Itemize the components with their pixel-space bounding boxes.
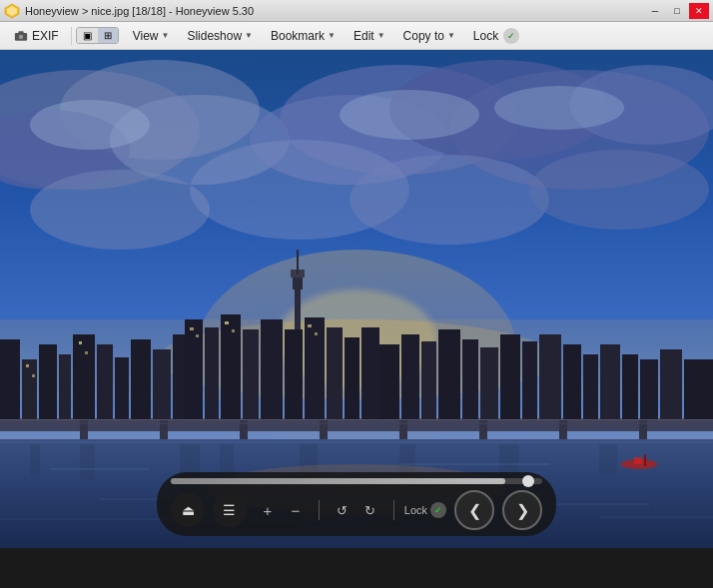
svg-rect-49 (221, 314, 241, 419)
svg-rect-107 (634, 457, 642, 464)
progress-bar-fill (171, 478, 505, 484)
svg-rect-67 (379, 344, 399, 419)
svg-rect-61 (190, 327, 194, 330)
svg-rect-51 (261, 319, 283, 419)
view-single-button[interactable]: ▣ (77, 28, 98, 43)
svg-rect-70 (438, 329, 460, 419)
svg-rect-47 (185, 319, 203, 419)
svg-rect-39 (39, 344, 57, 419)
toolbar-controls: ⏏ ☰ + − ↺ ↻ Lock ✓ (171, 490, 542, 530)
svg-rect-80 (640, 359, 658, 419)
svg-rect-66 (315, 332, 318, 335)
separator-2 (393, 500, 394, 520)
svg-rect-71 (462, 339, 478, 419)
zoom-in-button[interactable]: + (255, 497, 281, 523)
rotate-controls: ↺ ↻ (330, 497, 383, 523)
view-fit-button[interactable]: ⊞ (98, 28, 118, 43)
edit-menu[interactable]: Edit ▼ (346, 26, 393, 46)
copy-dropdown-arrow: ▼ (447, 31, 455, 40)
svg-rect-60 (85, 351, 88, 354)
svg-point-20 (529, 150, 709, 230)
copy-to-menu[interactable]: Copy to ▼ (395, 26, 463, 46)
close-button[interactable]: ✕ (689, 3, 709, 19)
svg-rect-77 (583, 354, 598, 419)
svg-rect-58 (32, 374, 35, 377)
view-dropdown-arrow: ▼ (161, 31, 169, 40)
svg-rect-63 (225, 321, 229, 324)
svg-rect-57 (26, 364, 29, 367)
eject-icon: ⏏ (182, 502, 195, 518)
lock-check-indicator: ✓ (430, 502, 446, 518)
svg-rect-48 (205, 327, 219, 419)
lock-menu[interactable]: Lock ✓ (465, 25, 527, 47)
svg-rect-45 (153, 349, 171, 419)
separator (71, 27, 72, 45)
svg-rect-89 (30, 444, 40, 474)
bookmark-menu[interactable]: Bookmark ▼ (263, 26, 344, 46)
menu-button[interactable]: ☰ (213, 493, 247, 527)
edit-dropdown-arrow: ▼ (377, 31, 385, 40)
eject-button[interactable]: ⏏ (171, 493, 205, 527)
lock-label: Lock ✓ (404, 502, 446, 518)
window-controls: ─ □ ✕ (645, 3, 709, 19)
maximize-button[interactable]: □ (667, 3, 687, 19)
svg-rect-38 (22, 359, 37, 419)
bottom-toolbar: ⏏ ☰ + − ↺ ↻ Lock ✓ (157, 472, 556, 536)
svg-rect-4 (18, 31, 23, 33)
svg-point-19 (350, 155, 549, 245)
title-left: Honeyview > nice.jpg [18/18] - Honeyview… (4, 3, 254, 19)
rotate-left-button[interactable]: ↺ (330, 497, 356, 523)
lock-check-icon: ✓ (503, 28, 519, 44)
svg-rect-37 (0, 339, 20, 419)
minimize-button[interactable]: ─ (645, 3, 665, 19)
svg-rect-56 (361, 327, 379, 419)
svg-rect-54 (327, 327, 343, 419)
next-icon: ❯ (516, 501, 529, 520)
svg-rect-68 (401, 334, 419, 419)
svg-rect-75 (539, 334, 561, 419)
exif-button[interactable]: EXIF (6, 26, 67, 46)
svg-rect-79 (622, 354, 638, 419)
svg-rect-74 (522, 341, 537, 419)
svg-rect-76 (563, 344, 581, 419)
svg-rect-72 (480, 347, 498, 419)
svg-rect-64 (232, 329, 235, 332)
svg-rect-73 (500, 334, 520, 419)
svg-rect-41 (73, 334, 95, 419)
progress-handle[interactable] (522, 475, 534, 487)
svg-rect-26 (0, 419, 713, 431)
zoom-out-button[interactable]: − (283, 497, 309, 523)
slideshow-menu[interactable]: Slideshow ▼ (179, 26, 261, 46)
svg-rect-81 (660, 349, 682, 419)
svg-rect-88 (0, 441, 713, 443)
svg-rect-90 (80, 444, 95, 479)
rotate-right-button[interactable]: ↻ (357, 497, 383, 523)
svg-point-22 (340, 90, 479, 140)
svg-point-17 (30, 170, 210, 250)
svg-rect-40 (59, 354, 71, 419)
svg-rect-82 (684, 359, 713, 419)
svg-rect-65 (308, 324, 312, 327)
progress-bar-track[interactable] (171, 478, 542, 484)
view-menu[interactable]: View ▼ (125, 26, 178, 46)
svg-point-3 (19, 34, 23, 38)
prev-button[interactable]: ❮ (454, 490, 494, 530)
svg-rect-44 (131, 339, 151, 419)
lock-text: Lock (404, 504, 427, 516)
svg-rect-78 (600, 344, 620, 419)
prev-icon: ❮ (468, 501, 481, 520)
menu-bar: EXIF ▣ ⊞ View ▼ Slideshow ▼ Bookmark ▼ E… (0, 22, 713, 50)
svg-rect-108 (644, 454, 646, 466)
zoom-controls: + − (255, 497, 309, 523)
svg-rect-69 (421, 341, 436, 419)
svg-rect-96 (599, 444, 617, 474)
svg-rect-62 (196, 334, 199, 337)
svg-point-23 (494, 86, 624, 130)
svg-rect-86 (297, 250, 299, 275)
app-icon (4, 3, 20, 19)
next-button[interactable]: ❯ (502, 490, 542, 530)
view-toggle: ▣ ⊞ (76, 27, 119, 44)
slideshow-dropdown-arrow: ▼ (245, 31, 253, 40)
bookmark-dropdown-arrow: ▼ (328, 31, 336, 40)
separator-1 (319, 500, 320, 520)
